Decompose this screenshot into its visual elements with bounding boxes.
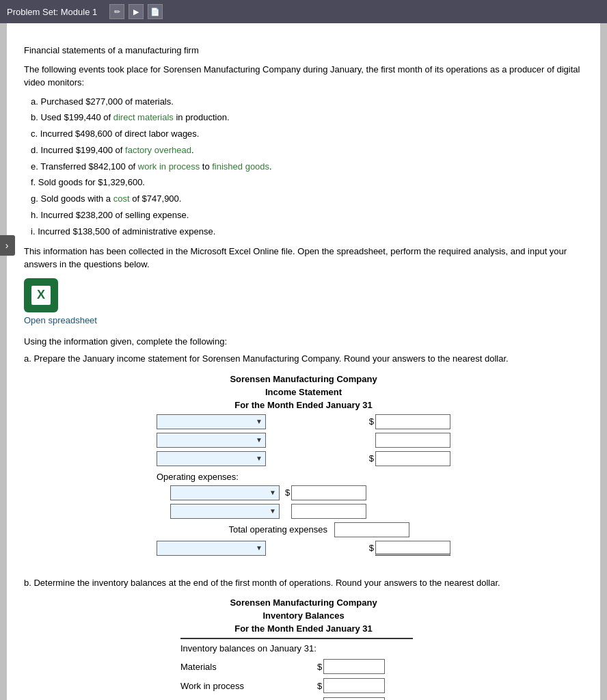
op-dollar-2-wrapper: $ [285,504,366,519]
factory-overhead-link[interactable]: factory overhead [125,145,191,155]
op-dropdown-2[interactable]: ▼ [170,504,280,519]
income-stmt-title: Income Statement [24,387,583,397]
wip-input[interactable] [323,678,385,693]
instructions-text: This information has been collected in t… [24,245,583,271]
income-dropdown-final-arrow: ▼ [256,544,262,552]
list-item-b: b. Used $199,440 of direct materials in … [31,111,583,125]
income-stmt-subtitle: For the Month Ended January 31 [24,400,583,410]
item-a-letter: a. [31,96,38,107]
finished-goods-link[interactable]: finished goods [212,161,269,172]
op-dollar-sign-1: $ [285,487,290,498]
intro-heading: Financial statements of a manufacturing … [24,44,583,57]
list-item-e: e. Transferred $842,100 of work in proce… [31,160,583,174]
item-e-text: Transferred $842,100 of [40,161,138,172]
item-e-mid: to [200,161,212,172]
dollar-sign-3: $ [369,453,374,463]
income-dropdown-2[interactable]: ▼ [157,433,266,448]
question-intro: Using the information given, complete th… [24,335,583,349]
inventory-form: Inventory balances on January 31: Materi… [180,638,427,700]
icon-doc[interactable]: 📄 [148,4,163,19]
materials-dollar-sign: $ [317,662,322,672]
excel-inner: X [31,286,51,305]
cost-link[interactable]: cost [113,193,130,204]
item-g-letter: g. [31,193,38,204]
income-dropdown-2-arrow: ▼ [256,436,262,444]
item-c-letter: c. [31,129,38,139]
item-h-letter: h. [31,210,38,220]
item-g-text: Sold goods with a [40,193,113,204]
main-container: › Financial statements of a manufacturin… [7,23,600,700]
materials-input[interactable] [323,659,385,674]
income-stmt-header: Sorensen Manufacturing Company Income St… [24,374,583,410]
list-item-f: f. Sold goods for $1,329,600. [31,176,583,190]
op-input-1[interactable] [291,485,366,500]
icon-video[interactable]: ▶ [129,4,144,19]
excel-x-letter: X [37,288,45,302]
income-row-3: ▼ $ [157,451,450,466]
item-g-text2: of $747,900. [130,193,182,204]
total-op-input[interactable] [334,522,409,537]
direct-materials-link[interactable]: direct materials [113,112,174,122]
wip-dollar-sign: $ [317,681,322,691]
total-op-label: Total operating expenses [157,524,334,535]
income-input-1[interactable] [375,414,450,429]
inventory-header: Sorensen Manufacturing Company Inventory… [24,597,583,634]
item-b-text2: in production. [174,112,230,122]
item-d-letter: d. [31,145,38,155]
item-d-text: Incurred $199,400 of [40,145,125,155]
income-row-1: ▼ $ [157,414,450,429]
list-item-i: i. Incurred $138,500 of administrative e… [31,225,583,239]
income-dollar-input-3: $ [369,451,450,466]
title-bar-label: Problem Set: Module 1 [7,7,97,17]
materials-label: Materials [180,662,317,672]
item-d-text2: . [191,145,194,155]
op-dropdown-2-arrow: ▼ [269,507,276,515]
list-item-a: a. Purchased $277,000 of materials. [31,95,583,109]
item-e-text2: . [269,161,272,172]
inventory-row-wip: Work in process $ [180,678,427,693]
item-e-letter: e. [31,161,38,172]
inventory-row-materials: Materials $ [180,659,427,674]
item-i-letter: i. [31,226,36,237]
item-a-text: Purchased $277,000 of materials. [40,96,173,107]
finished-goods-input[interactable] [323,697,385,700]
icon-pencil[interactable]: ✏ [109,4,124,19]
excel-icon: X [24,278,58,312]
op-dropdown-1-arrow: ▼ [269,489,276,496]
nav-arrow[interactable]: › [0,235,15,256]
balances-label: Inventory balances on January 31: [180,643,427,654]
op-dropdown-1[interactable]: ▼ [170,485,280,500]
op-input-2[interactable] [291,504,366,519]
list-item-d: d. Incurred $199,400 of factory overhead… [31,144,583,158]
question-a-text: a. Prepare the January income statement … [24,352,583,366]
income-dropdown-final[interactable]: ▼ [157,541,266,556]
income-dollar-input-1: $ [369,414,450,429]
op-expenses-label: Operating expenses: [157,472,450,482]
item-f-text: Sold goods for $1,329,600. [38,177,145,187]
income-row-2: ▼ $ [157,433,450,448]
list-item-g: g. Sold goods with a cost of $747,900. [31,192,583,206]
company-name-inventory: Sorensen Manufacturing Company [24,597,583,608]
op-expense-row-2: ▼ $ [170,504,450,519]
income-dropdown-3-arrow: ▼ [256,455,262,462]
item-b-letter: b. [31,112,38,122]
income-dropdown-3[interactable]: ▼ [157,451,266,466]
income-dropdown-1-arrow: ▼ [256,418,262,425]
income-input-3[interactable] [375,451,450,466]
income-input-2[interactable] [375,433,450,448]
inventory-row-finished: Finished goods $ [180,697,427,700]
list-item-h: h. Incurred $238,200 of selling expense. [31,208,583,223]
op-expense-row-1: ▼ $ [170,485,450,500]
event-list: a. Purchased $277,000 of materials. b. U… [31,95,583,239]
income-dropdown-1[interactable]: ▼ [157,414,266,429]
open-spreadsheet-link[interactable]: Open spreadsheet [24,315,583,325]
inventory-title: Inventory Balances [24,610,583,621]
intro-paragraph1: The following events took place for Sore… [24,63,583,90]
title-bar-icons: ✏ ▶ 📄 [109,4,163,19]
income-final-input[interactable] [375,541,450,556]
income-stmt-form: ▼ $ ▼ $ ▼ $ [157,414,450,556]
inventory-divider-top [180,638,413,639]
work-in-process-link[interactable]: work in process [138,161,200,172]
company-name-income: Sorensen Manufacturing Company [24,374,583,384]
question-b-text: b. Determine the inventory balances at t… [24,576,583,590]
